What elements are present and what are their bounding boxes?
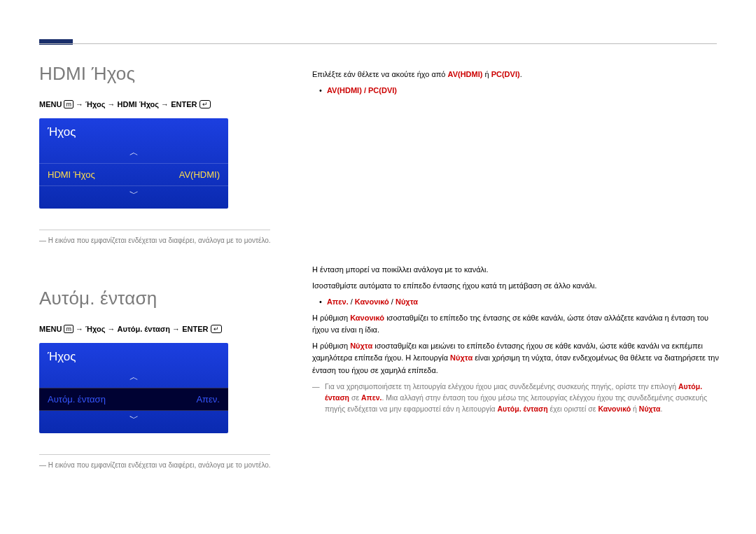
breadcrumb-menu: MENU [39,325,62,333]
auto-volume-p1: Η ένταση μπορεί να ποικίλλει ανάλογα με … [312,264,721,276]
text: έχει οριστεί σε [548,405,598,413]
text: Η ρύθμιση [312,342,350,350]
enter-icon: ↵ [211,325,222,333]
option-pcdvi: PC(DVI) [491,70,520,78]
option-auto-volume: Αυτόμ. ένταση [497,405,547,413]
auto-volume-p4: Η ρύθμιση Νύχτα ισοσταθμίζει και μειώνει… [312,340,721,376]
text: ή [631,405,639,413]
auto-volume-note: Για να χρησιμοποιήσετε τη λειτουργία ελέ… [312,381,721,415]
text: σε [349,393,361,402]
osd-row-label: HDMI Ήχος [48,169,95,180]
text: Για να χρησιμοποιήσετε τη λειτουργία ελέ… [325,382,678,391]
text: / [349,297,355,306]
text: Η ρύθμιση [312,314,350,322]
option-night: Νύχτα [639,405,661,413]
option-night: Νύχτα [396,297,418,306]
option-off: Απεν. [361,393,382,402]
section-title-auto-volume: Αυτόμ. ένταση [39,288,277,309]
divider [39,230,270,230]
top-divider [39,43,717,44]
breadcrumb: MENU m → Ήχος → HDMI Ήχος → ENTER ↵ [39,100,277,108]
menu-icon: m [64,100,74,108]
breadcrumb-enter: ENTER [182,325,208,333]
breadcrumb-enter: ENTER [171,100,197,108]
osd-row-auto-volume[interactable]: Αυτόμ. ένταση Απεν. [39,388,228,411]
osd-menu-sound-1: Ήχος ︿ HDMI Ήχος AV(HDMI) ﹀ [39,118,228,209]
breadcrumb-hdmi-sound: HDMI Ήχος [118,100,160,108]
hdmi-sound-intro: Επιλέξτε εάν θέλετε να ακούτε ήχο από AV… [312,69,721,80]
chevron-up-icon[interactable]: ︿ [39,370,228,388]
divider [39,454,270,455]
text: . [660,405,662,413]
option-normal: Κανονικό [598,405,631,413]
osd-title: Ήχος [39,343,228,370]
chevron-up-icon[interactable]: ︿ [39,145,228,163]
section-title-hdmi-sound: HDMI Ήχος [39,63,277,85]
footnote-image-differ-1: Η εικόνα που εμφανίζεται ενδέχεται να δι… [39,236,277,246]
option-night: Νύχτα [350,342,372,350]
osd-row-value: AV(HDMI) [179,169,220,180]
osd-row-label: Αυτόμ. ένταση [48,394,106,405]
osd-row-hdmi-sound[interactable]: HDMI Ήχος AV(HDMI) [39,163,228,186]
auto-volume-p3: Η ρύθμιση Κανονικό ισοσταθμίζει το επίπε… [312,312,721,336]
menu-icon: m [64,325,74,333]
chevron-down-icon[interactable]: ﹀ [39,186,228,204]
osd-row-value: Απεν. [196,394,220,405]
option-normal: Κανονικό [350,314,384,322]
auto-volume-p2: Ισοσταθμίστε αυτόματα το επίπεδο έντασης… [312,280,721,292]
breadcrumb-menu: MENU [39,100,62,108]
list-item: AV(HDMI) / PC(DVI) [312,85,721,97]
list-item: Απεν. / Κανονικό / Νύχτα [312,296,721,309]
enter-icon: ↵ [200,100,211,108]
text: . [520,70,522,78]
osd-menu-sound-2: Ήχος ︿ Αυτόμ. ένταση Απεν. ﹀ [39,343,228,433]
breadcrumb-sound: Ήχος [85,100,105,108]
option-off: Απεν. [327,297,349,306]
osd-title: Ήχος [39,118,228,145]
text: / [389,297,396,306]
text: ή [482,70,491,78]
chevron-down-icon[interactable]: ﹀ [39,411,228,429]
breadcrumb-sound: Ήχος [85,325,105,333]
option-normal: Κανονικό [355,297,389,306]
option-list: AV(HDMI) / PC(DVI) [327,86,397,94]
breadcrumb: MENU m → Ήχος → Αυτόμ. ένταση → ENTER ↵ [39,325,277,333]
option-avhdmi: AV(HDMI) [448,70,483,78]
breadcrumb-auto-volume: Αυτόμ. ένταση [118,325,171,333]
option-night: Νύχτα [450,353,472,362]
text: Επιλέξτε εάν θέλετε να ακούτε ήχο από [312,70,448,78]
footnote-image-differ-2: Η εικόνα που εμφανίζεται ενδέχεται να δι… [39,461,277,470]
